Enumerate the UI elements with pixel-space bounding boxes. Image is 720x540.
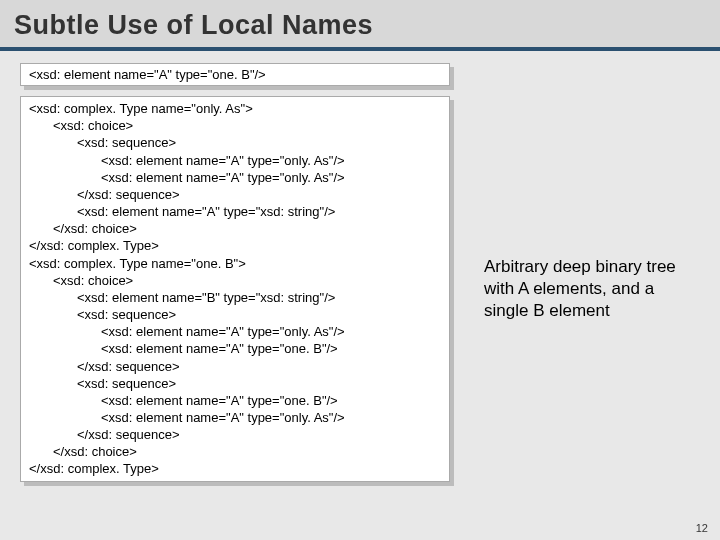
code-line: </xsd: sequence> — [29, 426, 441, 443]
code-line: </xsd: sequence> — [29, 186, 441, 203]
code-line: <xsd: element name="A" type="one. B"/> — [29, 392, 441, 409]
code-line: <xsd: sequence> — [29, 306, 441, 323]
content-area: <xsd: element name="A" type="one. B"/> <… — [0, 51, 720, 500]
code-line: <xsd: element name="A" type="one. B"/> — [29, 340, 441, 357]
code-line: <xsd: element name="A" type="xsd: string… — [29, 203, 441, 220]
code-line: </xsd: complex. Type> — [29, 460, 441, 477]
code-line: <xsd: element name="A" type="one. B"/> — [29, 66, 441, 83]
code-box-1: <xsd: element name="A" type="one. B"/> — [20, 63, 450, 86]
code-line: <xsd: sequence> — [29, 134, 441, 151]
code-line: </xsd: complex. Type> — [29, 237, 441, 254]
code-line: <xsd: element name="B" type="xsd: string… — [29, 289, 441, 306]
code-line: <xsd: sequence> — [29, 375, 441, 392]
code-line: </xsd: choice> — [29, 220, 441, 237]
slide-title: Subtle Use of Local Names — [14, 10, 706, 41]
code-line: <xsd: element name="A" type="only. As"/> — [29, 323, 441, 340]
code-box-2: <xsd: complex. Type name="only. As"> <xs… — [20, 96, 450, 481]
code-line: <xsd: choice> — [29, 117, 441, 134]
code-line: <xsd: element name="A" type="only. As"/> — [29, 169, 441, 186]
code-line: </xsd: sequence> — [29, 358, 441, 375]
code-line: <xsd: element name="A" type="only. As"/> — [29, 409, 441, 426]
code-line: <xsd: choice> — [29, 272, 441, 289]
annotation-text: Arbitrary deep binary tree with A elemen… — [484, 256, 694, 322]
title-bar: Subtle Use of Local Names — [0, 0, 720, 51]
code-line: <xsd: element name="A" type="only. As"/> — [29, 152, 441, 169]
code-line: <xsd: complex. Type name="only. As"> — [29, 100, 441, 117]
code-line: </xsd: choice> — [29, 443, 441, 460]
code-line: <xsd: complex. Type name="one. B"> — [29, 255, 441, 272]
page-number: 12 — [696, 522, 708, 534]
